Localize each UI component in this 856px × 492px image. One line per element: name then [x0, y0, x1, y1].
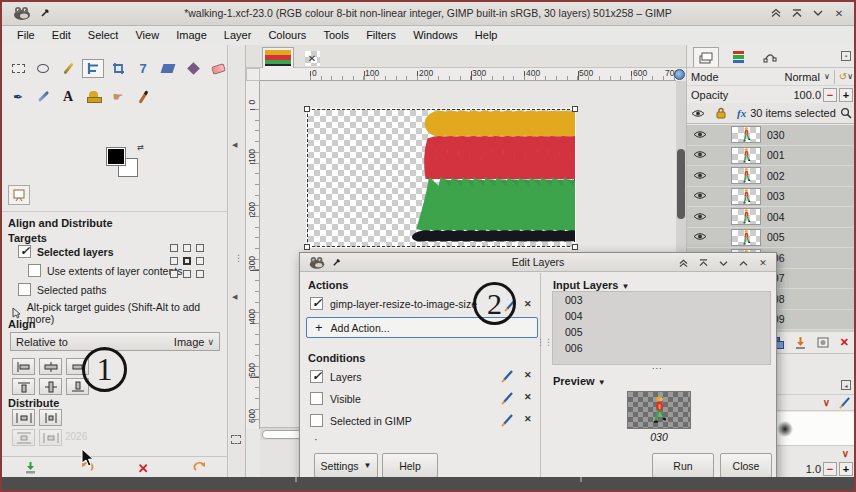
anchor-point-grid[interactable] — [170, 244, 206, 280]
use-extents-checkbox-row[interactable]: Use extents of layer contents — [28, 264, 182, 277]
brush-size-value[interactable]: 1.0 — [806, 463, 821, 475]
selected-layers-checkbox[interactable] — [18, 245, 31, 258]
distribute-centers-h-button[interactable] — [39, 409, 62, 426]
action-row[interactable]: gimp-layer-resize-to-image-size — [310, 297, 477, 310]
close-button[interactable]: Close — [720, 453, 772, 478]
tab-layers-icon[interactable] — [693, 47, 719, 67]
condition-checkbox[interactable] — [310, 370, 323, 383]
tab-paths-icon[interactable] — [757, 47, 783, 67]
handle-transform-icon[interactable] — [182, 59, 204, 78]
eye-icon[interactable] — [693, 232, 707, 241]
menu-tools[interactable]: Tools — [316, 27, 356, 43]
close-icon[interactable]: ✕ — [756, 256, 770, 270]
input-layer-item[interactable]: 004 — [553, 308, 770, 324]
help-button[interactable]: Help — [382, 453, 438, 478]
dialog-title-bar[interactable]: Edit Layers ✕ — [300, 253, 776, 272]
selected-paths-checkbox-row[interactable]: Selected paths — [18, 283, 106, 296]
close-icon[interactable]: ✕ — [832, 6, 846, 20]
effects-icon[interactable]: fx — [737, 107, 746, 119]
minimize-icon[interactable] — [811, 6, 825, 20]
align-left-button[interactable] — [12, 358, 35, 375]
opacity-value[interactable]: 100.0 — [793, 89, 821, 101]
pane-drag-handle[interactable]: ⋮⋮ — [536, 337, 552, 347]
input-layers-list[interactable]: 003 004 005 006 — [552, 291, 771, 365]
image-tab-walking[interactable] — [262, 47, 294, 68]
chevron-down-icon[interactable]: ▼ — [621, 282, 629, 291]
rectangle-select-icon[interactable] — [7, 59, 29, 78]
decrease-button[interactable]: − — [823, 462, 837, 476]
navigation-icon[interactable] — [674, 69, 685, 80]
delete-layer-icon[interactable]: ✕ — [840, 336, 849, 349]
menu-layer[interactable]: Layer — [217, 27, 259, 43]
menu-image[interactable]: Image — [169, 27, 214, 43]
layer-row[interactable]: 030 — [687, 125, 856, 146]
condition-checkbox[interactable] — [310, 392, 323, 405]
settings-button[interactable]: Settings▼ — [314, 453, 378, 478]
remove-condition-icon[interactable]: ✕ — [524, 392, 532, 402]
condition-row[interactable]: Selected in GIMP — [310, 414, 412, 427]
chevron-down-icon[interactable]: ∨ — [823, 397, 830, 408]
colour-picker-icon[interactable] — [32, 87, 54, 106]
layer-row[interactable]: 002 — [687, 166, 856, 187]
edit-brush-icon[interactable] — [838, 396, 851, 409]
align-center-v-button[interactable] — [39, 378, 62, 395]
input-layer-item[interactable]: 005 — [553, 324, 770, 340]
distribute-v-button[interactable] — [12, 429, 35, 446]
configure-tab-icon[interactable]: ◂ — [841, 380, 851, 390]
eye-icon[interactable] — [693, 212, 707, 221]
increase-button[interactable]: + — [839, 462, 853, 476]
condition-row[interactable]: Visible — [310, 392, 361, 405]
roll-up-icon[interactable] — [769, 6, 783, 20]
fuzzy-select-icon[interactable] — [57, 59, 79, 78]
swap-colours-icon[interactable]: ⇄ — [137, 143, 144, 152]
search-icon[interactable] — [840, 107, 852, 119]
eye-icon[interactable] — [693, 191, 707, 200]
delete-icon[interactable]: ✕ — [115, 461, 172, 477]
chevron-down-icon[interactable] — [716, 256, 730, 270]
condition-checkbox[interactable] — [310, 414, 323, 427]
eye-icon[interactable] — [693, 130, 707, 139]
edit-condition-icon[interactable] — [500, 413, 514, 427]
chevron-down-icon[interactable]: ▼ — [598, 378, 606, 387]
align-top-button[interactable] — [12, 378, 35, 395]
ink-icon[interactable]: ✒ — [7, 87, 29, 106]
collapse-left-icon[interactable]: ◀ — [232, 141, 237, 149]
free-select-icon[interactable] — [32, 59, 54, 78]
shear-icon[interactable] — [157, 59, 179, 78]
title-bar[interactable]: *walking-1.xcf-23.0 (RGB colour 8-bit no… — [2, 2, 854, 26]
drag-handle[interactable]: ⋮ — [234, 253, 243, 263]
v-scroll-thumb[interactable] — [677, 149, 685, 219]
clone-icon[interactable] — [82, 87, 104, 106]
tool-options-tab-icon[interactable] — [8, 185, 30, 205]
edit-condition-icon[interactable] — [500, 391, 514, 405]
selected-paths-checkbox[interactable] — [18, 283, 31, 296]
action-checkbox[interactable] — [310, 297, 323, 310]
menu-windows[interactable]: Windows — [406, 27, 465, 43]
lock-icon[interactable] — [715, 107, 727, 119]
layer-row[interactable]: 003 — [687, 187, 856, 208]
chevron-down-icon[interactable]: ∨ — [824, 72, 830, 81]
blend-space-icon[interactable]: ↺ — [839, 71, 847, 82]
distribute-left-edges-button[interactable] — [12, 409, 35, 426]
redo-icon[interactable] — [172, 461, 229, 477]
unified-transform-icon[interactable]: 7 — [132, 59, 154, 78]
configure-tab-icon[interactable]: ▪ — [841, 51, 851, 61]
image-tab-new[interactable]: ✕ — [300, 49, 324, 68]
menu-file[interactable]: File — [10, 27, 42, 43]
menu-colours[interactable]: Colours — [261, 27, 313, 43]
distribute-spacing-button[interactable] — [39, 429, 62, 446]
text-tool-icon[interactable]: A — [57, 87, 79, 106]
shade-icon[interactable] — [696, 256, 710, 270]
save-icon[interactable] — [2, 461, 59, 477]
mode-select[interactable]: Normal — [784, 71, 819, 83]
smudge-icon[interactable]: ☛ — [107, 87, 129, 106]
roll-up-icon[interactable] — [676, 256, 690, 270]
condition-row[interactable]: Layers — [310, 370, 362, 383]
chevron-down-icon[interactable]: ∨ — [842, 448, 849, 459]
align-center-h-button[interactable] — [39, 358, 62, 375]
input-layer-item[interactable]: 003 — [553, 292, 770, 308]
selected-layers-checkbox-row[interactable]: Selected layers — [18, 245, 113, 258]
merge-down-icon[interactable] — [794, 336, 807, 349]
menu-view[interactable]: View — [128, 27, 166, 43]
edit-condition-icon[interactable] — [500, 369, 514, 383]
